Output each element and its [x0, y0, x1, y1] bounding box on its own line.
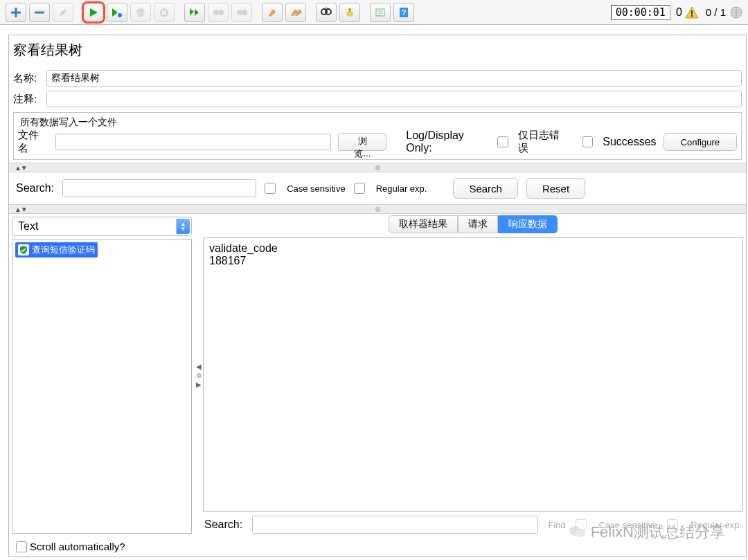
clear-all-button[interactable] [285, 3, 306, 22]
render-dropdown-value: Text [18, 220, 38, 233]
name-input[interactable] [46, 70, 742, 87]
render-dropdown[interactable]: Text ▲▼ [12, 217, 192, 236]
svg-rect-15 [691, 15, 693, 17]
tab-response-data[interactable]: 响应数据 [498, 215, 558, 233]
svg-point-10 [346, 11, 353, 17]
response-regex-checkbox[interactable] [667, 519, 678, 530]
response-search-panel: Search: Find Case sensitive Regular exp. [203, 512, 743, 534]
new-button[interactable] [6, 3, 26, 22]
case-sensitive-checkbox[interactable] [265, 183, 276, 194]
results-tree-panel: 察看结果树 名称: 注释: 所有数据写入一个文件 文件名 浏览... Log/D… [8, 35, 747, 557]
name-label: 名称: [13, 72, 46, 85]
remote-stop-button[interactable] [208, 3, 229, 22]
svg-point-0 [118, 13, 122, 17]
search-tree-button[interactable] [316, 3, 337, 22]
reset-button[interactable]: Reset [526, 178, 585, 199]
filename-label: 文件名 [18, 129, 48, 155]
search-panel: Search: Case sensitive Regular exp. Sear… [9, 172, 746, 204]
shutdown-button[interactable] [154, 3, 175, 22]
successes-label: Successes [603, 136, 656, 148]
comment-input[interactable] [46, 91, 742, 107]
regex-checkbox[interactable] [354, 183, 365, 194]
reset-search-button[interactable] [339, 3, 360, 22]
detail-tabs: 取样器结果 请求 响应数据 [203, 215, 743, 233]
response-search-label: Search: [204, 518, 242, 531]
results-tree[interactable]: 查询短信验证码 [12, 239, 192, 534]
help-button[interactable]: ? [393, 3, 414, 22]
edit-button[interactable] [53, 3, 73, 22]
start-no-pause-button[interactable] [107, 3, 127, 22]
tree-item[interactable]: 查询短信验证码 [15, 242, 98, 258]
browse-button[interactable]: 浏览... [338, 133, 386, 151]
file-output-group: 所有数据写入一个文件 文件名 浏览... Log/Display Only: 仅… [13, 112, 742, 160]
response-regex-label: Regular exp. [691, 520, 742, 530]
globe-icon [730, 6, 742, 19]
file-output-title: 所有数据写入一个文件 [18, 116, 119, 129]
svg-text:?: ? [402, 8, 407, 17]
log-display-only-label: Log/Display Only: [406, 129, 490, 154]
svg-rect-14 [691, 10, 693, 15]
search-label: Search: [16, 182, 54, 195]
response-body[interactable]: validate_code 188167 [203, 237, 743, 512]
warning-icon [685, 6, 699, 19]
chevron-updown-icon: ▲▼ [176, 219, 190, 234]
splitter-bar-2[interactable]: ▲ ▼ [9, 204, 746, 214]
errors-only-checkbox[interactable] [497, 136, 508, 147]
response-case-checkbox[interactable] [576, 519, 587, 530]
start-button[interactable] [83, 3, 104, 22]
tree-item-label: 查询短信验证码 [32, 244, 95, 256]
successes-checkbox[interactable] [582, 136, 594, 147]
elapsed-time: 00:00:01 [611, 5, 670, 20]
svg-point-6 [237, 10, 242, 15]
scroll-auto-label: Scroll automatically? [30, 541, 125, 552]
remove-button[interactable] [29, 3, 50, 22]
splitter-bar-1[interactable]: ▲ ▼ [9, 163, 746, 172]
response-search-input[interactable] [252, 516, 538, 534]
comment-label: 注释: [13, 93, 46, 106]
success-icon [18, 244, 29, 255]
panel-title: 察看结果树 [9, 35, 746, 68]
svg-point-4 [213, 10, 219, 15]
vertical-splitter[interactable]: ◀▶ [195, 214, 203, 536]
scroll-auto-checkbox[interactable] [16, 541, 27, 552]
tab-sampler-result[interactable]: 取样器结果 [389, 215, 458, 233]
filename-input[interactable] [55, 134, 332, 150]
warning-count: 0 [676, 6, 682, 19]
stop-button[interactable]: STOP [130, 3, 151, 22]
remote-shutdown-button[interactable] [231, 3, 252, 22]
search-input[interactable] [62, 179, 256, 197]
case-sensitive-label: Case sensitive [287, 183, 346, 194]
configure-button[interactable]: Configure [664, 133, 737, 151]
search-button[interactable]: Search [453, 178, 518, 199]
toolbar: STOP ? 00:00:01 0 0 / 1 [0, 0, 748, 25]
svg-point-5 [218, 10, 224, 15]
thread-count: 0 / 1 [706, 6, 726, 18]
svg-point-7 [242, 10, 247, 15]
response-case-label: Case sensitive [599, 520, 658, 530]
errors-only-label: 仅日志错误 [518, 129, 569, 155]
find-button-label[interactable]: Find [548, 520, 565, 530]
function-helper-button[interactable] [370, 3, 391, 22]
remote-start-button[interactable] [184, 3, 205, 22]
tab-request[interactable]: 请求 [458, 215, 498, 233]
regex-label: Regular exp. [376, 183, 427, 194]
clear-button[interactable] [262, 3, 283, 22]
svg-text:STOP: STOP [136, 11, 145, 15]
